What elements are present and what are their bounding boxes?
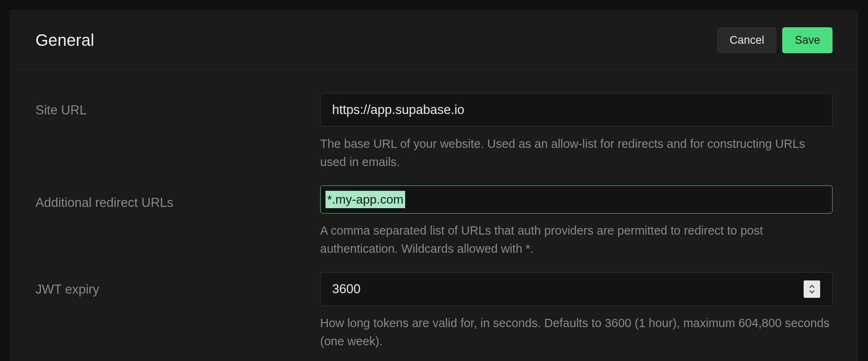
redirect-urls-label: Additional redirect URLs [35, 185, 312, 210]
general-settings-panel: General Cancel Save Site URL The base UR… [10, 10, 858, 361]
site-url-help: The base URL of your website. Used as an… [320, 135, 833, 171]
redirect-urls-selection: *.my-app.com [326, 191, 405, 208]
site-url-input[interactable] [320, 93, 833, 127]
panel-title: General [35, 31, 94, 50]
chevron-up-icon [808, 284, 816, 289]
jwt-expiry-input-wrap [320, 272, 833, 306]
jwt-expiry-field: How long tokens are valid for, in second… [320, 272, 833, 350]
jwt-expiry-label: JWT expiry [35, 272, 312, 297]
redirect-urls-row: Additional redirect URLs *.my-app.com A … [35, 185, 833, 258]
site-url-label: Site URL [35, 93, 312, 118]
save-button[interactable]: Save [782, 27, 833, 53]
cancel-button[interactable]: Cancel [717, 27, 776, 53]
site-url-row: Site URL The base URL of your website. U… [35, 93, 833, 171]
site-url-field: The base URL of your website. Used as an… [320, 93, 833, 171]
jwt-expiry-help: How long tokens are valid for, in second… [320, 314, 833, 350]
number-stepper[interactable] [804, 280, 820, 298]
chevron-down-icon [808, 289, 816, 294]
jwt-expiry-input[interactable] [320, 272, 833, 306]
redirect-urls-input[interactable]: *.my-app.com [320, 185, 833, 214]
header-actions: Cancel Save [717, 27, 833, 53]
redirect-urls-help: A comma separated list of URLs that auth… [320, 222, 833, 258]
panel-header: General Cancel Save [11, 11, 857, 70]
redirect-urls-field: *.my-app.com A comma separated list of U… [320, 185, 833, 258]
jwt-expiry-row: JWT expiry How long tokens are valid for… [35, 272, 833, 350]
panel-body: Site URL The base URL of your website. U… [11, 70, 857, 361]
